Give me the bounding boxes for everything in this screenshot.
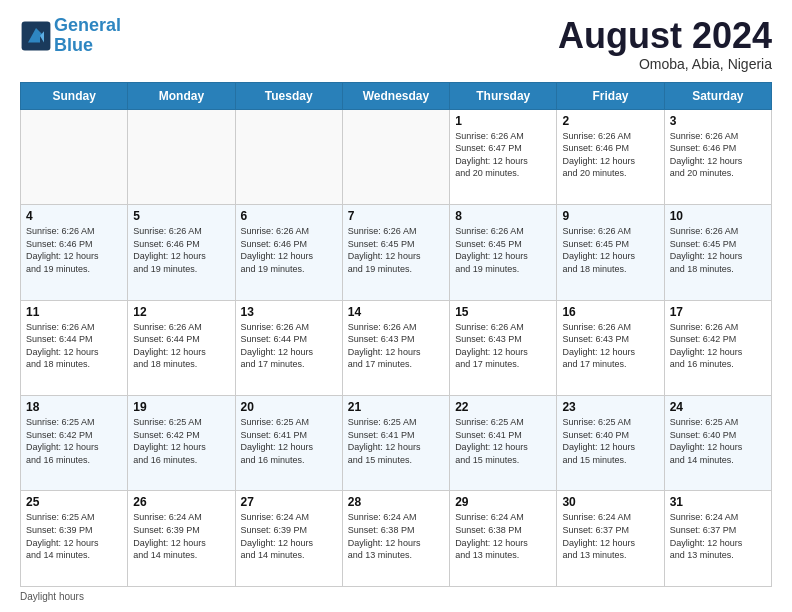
calendar-cell: 12Sunrise: 6:26 AM Sunset: 6:44 PM Dayli… — [128, 300, 235, 395]
calendar-cell — [342, 109, 449, 204]
day-info: Sunrise: 6:26 AM Sunset: 6:46 PM Dayligh… — [670, 130, 766, 180]
calendar-cell — [235, 109, 342, 204]
calendar-cell: 17Sunrise: 6:26 AM Sunset: 6:42 PM Dayli… — [664, 300, 771, 395]
calendar-week-row: 25Sunrise: 6:25 AM Sunset: 6:39 PM Dayli… — [21, 491, 772, 587]
logo: General Blue — [20, 16, 121, 56]
calendar-cell: 2Sunrise: 6:26 AM Sunset: 6:46 PM Daylig… — [557, 109, 664, 204]
day-info: Sunrise: 6:26 AM Sunset: 6:43 PM Dayligh… — [455, 321, 551, 371]
logo-line2: Blue — [54, 35, 93, 55]
day-number: 15 — [455, 305, 551, 319]
day-of-week-header: Saturday — [664, 82, 771, 109]
calendar-week-row: 1Sunrise: 6:26 AM Sunset: 6:47 PM Daylig… — [21, 109, 772, 204]
day-info: Sunrise: 6:24 AM Sunset: 6:39 PM Dayligh… — [133, 511, 229, 561]
day-of-week-header: Monday — [128, 82, 235, 109]
day-number: 18 — [26, 400, 122, 414]
day-number: 3 — [670, 114, 766, 128]
day-number: 8 — [455, 209, 551, 223]
day-number: 9 — [562, 209, 658, 223]
day-info: Sunrise: 6:26 AM Sunset: 6:46 PM Dayligh… — [562, 130, 658, 180]
day-info: Sunrise: 6:26 AM Sunset: 6:46 PM Dayligh… — [26, 225, 122, 275]
calendar-cell: 11Sunrise: 6:26 AM Sunset: 6:44 PM Dayli… — [21, 300, 128, 395]
logo-icon — [20, 20, 52, 52]
day-number: 13 — [241, 305, 337, 319]
day-number: 5 — [133, 209, 229, 223]
calendar-cell: 13Sunrise: 6:26 AM Sunset: 6:44 PM Dayli… — [235, 300, 342, 395]
header: General Blue August 2024 Omoba, Abia, Ni… — [20, 16, 772, 72]
calendar-cell: 20Sunrise: 6:25 AM Sunset: 6:41 PM Dayli… — [235, 396, 342, 491]
day-of-week-header: Friday — [557, 82, 664, 109]
title-area: August 2024 Omoba, Abia, Nigeria — [558, 16, 772, 72]
day-info: Sunrise: 6:25 AM Sunset: 6:42 PM Dayligh… — [26, 416, 122, 466]
calendar-cell: 27Sunrise: 6:24 AM Sunset: 6:39 PM Dayli… — [235, 491, 342, 587]
calendar-cell: 22Sunrise: 6:25 AM Sunset: 6:41 PM Dayli… — [450, 396, 557, 491]
calendar-cell: 8Sunrise: 6:26 AM Sunset: 6:45 PM Daylig… — [450, 205, 557, 300]
day-number: 1 — [455, 114, 551, 128]
day-info: Sunrise: 6:25 AM Sunset: 6:42 PM Dayligh… — [133, 416, 229, 466]
day-number: 6 — [241, 209, 337, 223]
calendar-body: 1Sunrise: 6:26 AM Sunset: 6:47 PM Daylig… — [21, 109, 772, 586]
calendar-cell: 25Sunrise: 6:25 AM Sunset: 6:39 PM Dayli… — [21, 491, 128, 587]
day-info: Sunrise: 6:24 AM Sunset: 6:37 PM Dayligh… — [562, 511, 658, 561]
day-of-week-header: Sunday — [21, 82, 128, 109]
day-info: Sunrise: 6:26 AM Sunset: 6:43 PM Dayligh… — [348, 321, 444, 371]
day-number: 10 — [670, 209, 766, 223]
calendar-cell: 26Sunrise: 6:24 AM Sunset: 6:39 PM Dayli… — [128, 491, 235, 587]
calendar-cell: 14Sunrise: 6:26 AM Sunset: 6:43 PM Dayli… — [342, 300, 449, 395]
day-number: 25 — [26, 495, 122, 509]
logo-line1: General — [54, 15, 121, 35]
day-info: Sunrise: 6:26 AM Sunset: 6:45 PM Dayligh… — [670, 225, 766, 275]
day-info: Sunrise: 6:26 AM Sunset: 6:42 PM Dayligh… — [670, 321, 766, 371]
day-info: Sunrise: 6:26 AM Sunset: 6:44 PM Dayligh… — [133, 321, 229, 371]
calendar-week-row: 4Sunrise: 6:26 AM Sunset: 6:46 PM Daylig… — [21, 205, 772, 300]
day-info: Sunrise: 6:25 AM Sunset: 6:41 PM Dayligh… — [455, 416, 551, 466]
day-number: 2 — [562, 114, 658, 128]
calendar-cell: 15Sunrise: 6:26 AM Sunset: 6:43 PM Dayli… — [450, 300, 557, 395]
day-of-week-header: Wednesday — [342, 82, 449, 109]
calendar-cell: 18Sunrise: 6:25 AM Sunset: 6:42 PM Dayli… — [21, 396, 128, 491]
calendar-cell: 30Sunrise: 6:24 AM Sunset: 6:37 PM Dayli… — [557, 491, 664, 587]
day-number: 16 — [562, 305, 658, 319]
day-info: Sunrise: 6:26 AM Sunset: 6:45 PM Dayligh… — [455, 225, 551, 275]
calendar-cell: 10Sunrise: 6:26 AM Sunset: 6:45 PM Dayli… — [664, 205, 771, 300]
day-number: 23 — [562, 400, 658, 414]
calendar-cell: 7Sunrise: 6:26 AM Sunset: 6:45 PM Daylig… — [342, 205, 449, 300]
day-number: 27 — [241, 495, 337, 509]
day-info: Sunrise: 6:26 AM Sunset: 6:45 PM Dayligh… — [348, 225, 444, 275]
day-number: 24 — [670, 400, 766, 414]
page: General Blue August 2024 Omoba, Abia, Ni… — [0, 0, 792, 612]
calendar-table: SundayMondayTuesdayWednesdayThursdayFrid… — [20, 82, 772, 587]
day-number: 19 — [133, 400, 229, 414]
day-info: Sunrise: 6:26 AM Sunset: 6:45 PM Dayligh… — [562, 225, 658, 275]
calendar-cell: 31Sunrise: 6:24 AM Sunset: 6:37 PM Dayli… — [664, 491, 771, 587]
location: Omoba, Abia, Nigeria — [558, 56, 772, 72]
footer-note: Daylight hours — [20, 591, 772, 602]
day-number: 26 — [133, 495, 229, 509]
month-title: August 2024 — [558, 16, 772, 56]
day-info: Sunrise: 6:25 AM Sunset: 6:40 PM Dayligh… — [670, 416, 766, 466]
day-number: 12 — [133, 305, 229, 319]
day-number: 21 — [348, 400, 444, 414]
logo-text: General Blue — [54, 16, 121, 56]
day-number: 7 — [348, 209, 444, 223]
day-info: Sunrise: 6:26 AM Sunset: 6:43 PM Dayligh… — [562, 321, 658, 371]
day-number: 4 — [26, 209, 122, 223]
day-number: 30 — [562, 495, 658, 509]
day-of-week-header: Thursday — [450, 82, 557, 109]
day-info: Sunrise: 6:26 AM Sunset: 6:44 PM Dayligh… — [241, 321, 337, 371]
calendar-cell — [128, 109, 235, 204]
day-info: Sunrise: 6:26 AM Sunset: 6:46 PM Dayligh… — [133, 225, 229, 275]
calendar-week-row: 18Sunrise: 6:25 AM Sunset: 6:42 PM Dayli… — [21, 396, 772, 491]
calendar-cell: 3Sunrise: 6:26 AM Sunset: 6:46 PM Daylig… — [664, 109, 771, 204]
day-of-week-header: Tuesday — [235, 82, 342, 109]
day-number: 22 — [455, 400, 551, 414]
calendar-cell: 24Sunrise: 6:25 AM Sunset: 6:40 PM Dayli… — [664, 396, 771, 491]
day-info: Sunrise: 6:24 AM Sunset: 6:38 PM Dayligh… — [348, 511, 444, 561]
calendar-cell: 29Sunrise: 6:24 AM Sunset: 6:38 PM Dayli… — [450, 491, 557, 587]
day-number: 17 — [670, 305, 766, 319]
calendar-cell: 23Sunrise: 6:25 AM Sunset: 6:40 PM Dayli… — [557, 396, 664, 491]
day-info: Sunrise: 6:26 AM Sunset: 6:47 PM Dayligh… — [455, 130, 551, 180]
day-info: Sunrise: 6:24 AM Sunset: 6:38 PM Dayligh… — [455, 511, 551, 561]
day-info: Sunrise: 6:26 AM Sunset: 6:46 PM Dayligh… — [241, 225, 337, 275]
day-info: Sunrise: 6:26 AM Sunset: 6:44 PM Dayligh… — [26, 321, 122, 371]
calendar-header: SundayMondayTuesdayWednesdayThursdayFrid… — [21, 82, 772, 109]
